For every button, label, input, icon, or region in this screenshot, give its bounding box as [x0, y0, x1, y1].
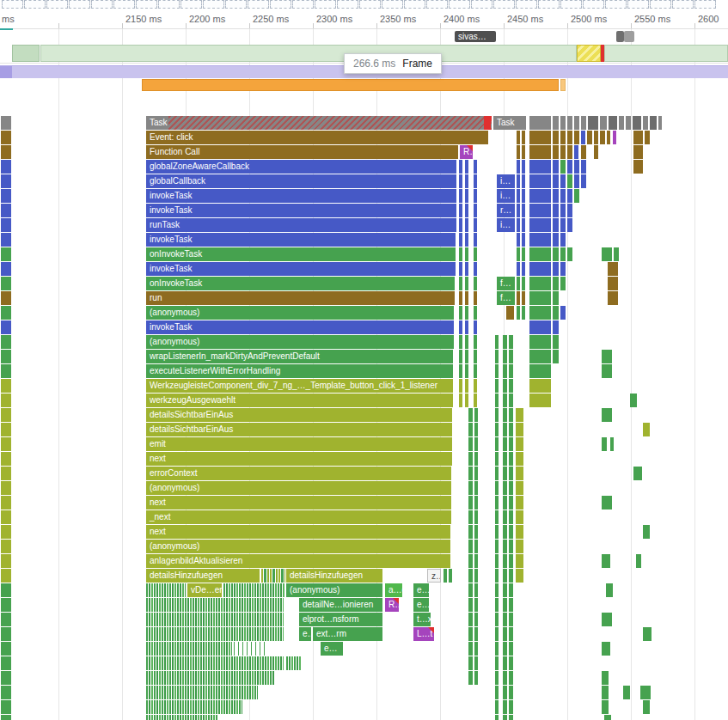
flame-fragment[interactable] [529, 379, 551, 393]
flame-fragment[interactable] [8, 408, 11, 422]
flame-fragment[interactable] [465, 262, 468, 276]
flame-fragment[interactable] [8, 247, 11, 261]
flame-fragment[interactable] [645, 131, 650, 144]
flame-fragment[interactable] [608, 291, 618, 305]
flame-fragment[interactable] [560, 131, 566, 144]
flame-fragment[interactable] [553, 189, 559, 203]
flame-fragment[interactable] [495, 394, 499, 407]
flame-fragment[interactable] [503, 364, 507, 378]
flame-fragment[interactable] [587, 131, 592, 144]
flame-fragment[interactable] [8, 233, 11, 247]
flame-fragment[interactable] [560, 233, 566, 247]
flame-fragment[interactable] [522, 262, 525, 276]
flame-fragment[interactable] [468, 613, 473, 626]
flame-bar[interactable]: invokeTask [146, 233, 456, 247]
flame-fragment[interactable] [8, 642, 11, 656]
flame-fragment[interactable] [602, 437, 607, 451]
flame-fragment[interactable] [602, 554, 610, 568]
flame-fragment[interactable] [506, 306, 514, 320]
flame-bar[interactable]: i… [497, 218, 515, 232]
flame-fragment[interactable] [474, 613, 478, 626]
flame-fragment[interactable] [468, 671, 473, 685]
flame-fragment[interactable] [503, 335, 507, 349]
flame-fragment[interactable] [444, 569, 447, 583]
flame-fragment[interactable] [465, 277, 468, 290]
flame-fragment[interactable] [503, 613, 507, 626]
flame-bar[interactable]: emit [146, 437, 452, 451]
flame-fragment[interactable] [600, 116, 607, 130]
flame-fragment[interactable] [560, 204, 566, 217]
flame-fragment[interactable] [459, 262, 462, 276]
flame-fragment[interactable] [509, 686, 513, 699]
flame-fragment[interactable] [602, 496, 612, 509]
flame-fragment[interactable] [602, 686, 609, 699]
flame-fragment[interactable] [146, 715, 218, 720]
flame-bar[interactable]: a…d [385, 583, 402, 597]
flame-bar[interactable]: i… [497, 189, 515, 203]
flame-fragment[interactable] [529, 218, 551, 232]
flame-fragment[interactable] [459, 379, 462, 393]
flame-fragment[interactable] [522, 189, 525, 203]
flame-bar[interactable]: invokeTask [146, 204, 456, 217]
flame-fragment[interactable] [8, 496, 11, 509]
flame-fragment[interactable] [517, 277, 520, 290]
flame-bar[interactable]: Function Call [146, 145, 458, 159]
flame-fragment[interactable] [503, 700, 507, 714]
flame-fragment[interactable] [474, 335, 477, 349]
flame-fragment[interactable] [495, 671, 499, 685]
flame-bar[interactable]: i… [497, 174, 515, 188]
flame-bar[interactable]: run [146, 291, 455, 305]
flame-fragment[interactable] [633, 131, 643, 144]
flame-fragment[interactable] [643, 627, 652, 641]
flame-fragment[interactable] [503, 496, 507, 509]
flame-fragment[interactable] [474, 233, 477, 247]
flame-fragment[interactable] [602, 642, 610, 656]
flame-fragment[interactable] [516, 467, 523, 480]
flame-fragment[interactable] [468, 656, 473, 670]
flame-fragment[interactable] [553, 306, 559, 320]
flame-fragment[interactable] [517, 189, 520, 203]
flame-fragment[interactable] [509, 496, 513, 509]
flame-fragment[interactable] [509, 510, 513, 524]
flame-fragment[interactable] [623, 686, 630, 699]
flame-fragment[interactable] [630, 394, 637, 407]
flame-bar[interactable]: Task [493, 116, 526, 130]
flame-bar[interactable]: executeListenerWithErrorHandling [146, 364, 453, 378]
flame-fragment[interactable] [474, 350, 477, 363]
flame-fragment[interactable] [459, 160, 462, 174]
flame-fragment[interactable] [633, 145, 643, 159]
flame-bar[interactable]: detailsSichtbarEinAus [146, 408, 452, 422]
flame-fragment[interactable] [503, 569, 507, 583]
flame-fragment[interactable] [574, 145, 578, 159]
flame-fragment[interactable] [234, 642, 268, 656]
flame-fragment[interactable] [619, 116, 624, 130]
flame-fragment[interactable] [560, 116, 566, 130]
flame-fragment[interactable] [8, 160, 11, 174]
flame-fragment[interactable] [553, 262, 559, 276]
flame-fragment[interactable] [602, 613, 612, 626]
flame-fragment[interactable] [468, 583, 473, 597]
flame-fragment[interactable] [468, 510, 473, 524]
flame-fragment[interactable] [8, 291, 11, 305]
flame-fragment[interactable] [503, 408, 507, 422]
flame-fragment[interactable] [650, 116, 657, 130]
flame-fragment[interactable] [8, 320, 11, 334]
flame-bar[interactable]: detailsHinzufuegen [286, 569, 382, 583]
flame-fragment[interactable] [522, 145, 525, 159]
flame-fragment[interactable] [465, 189, 468, 203]
flame-bar[interactable]: next [146, 452, 452, 466]
flame-fragment[interactable] [529, 160, 551, 174]
flame-fragment[interactable] [8, 218, 11, 232]
flame-fragment[interactable] [503, 394, 507, 407]
flame-fragment[interactable] [522, 204, 525, 217]
flame-fragment[interactable] [517, 174, 520, 188]
flame-fragment[interactable] [8, 394, 11, 407]
flame-fragment[interactable] [529, 116, 551, 130]
flame-fragment[interactable] [474, 277, 477, 290]
flame-fragment[interactable] [516, 437, 523, 451]
flame-bar[interactable]: invokeTask [146, 262, 456, 276]
flame-fragment[interactable] [594, 131, 598, 144]
flame-fragment[interactable] [517, 204, 520, 217]
flame-fragment[interactable] [574, 189, 579, 203]
flame-fragment[interactable] [495, 350, 499, 363]
